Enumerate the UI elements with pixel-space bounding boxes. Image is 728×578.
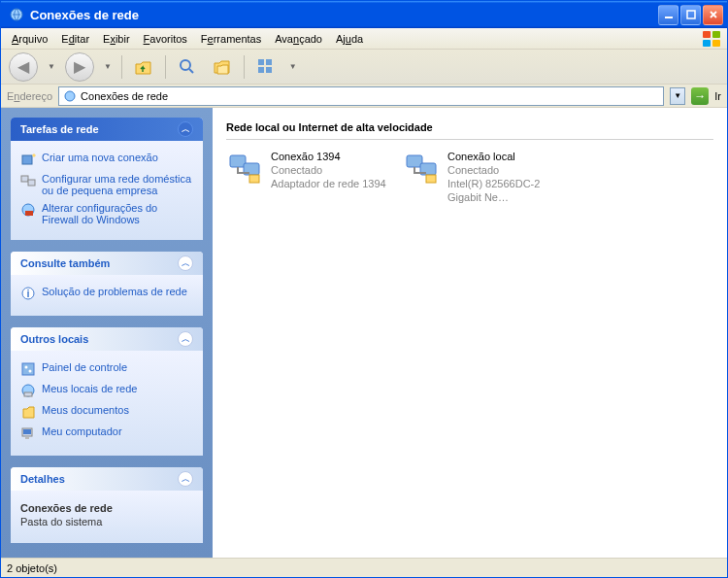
svg-rect-22 xyxy=(23,429,31,434)
svg-rect-9 xyxy=(22,155,32,164)
firewall-icon xyxy=(20,202,36,218)
network-tasks-panel: Tarefas de rede ︿ Criar uma nova conexão… xyxy=(11,118,203,240)
svg-rect-5 xyxy=(266,59,272,65)
menu-arquivo[interactable]: Arquivo xyxy=(5,30,54,48)
connection-status: Conectado xyxy=(447,163,568,177)
troubleshoot-link[interactable]: i Solução de problemas de rede xyxy=(20,283,193,304)
status-text: 2 objeto(s) xyxy=(7,562,57,574)
address-text: Conexões de rede xyxy=(81,90,168,102)
network-places-link[interactable]: Meus locais de rede xyxy=(20,380,193,401)
my-computer-link[interactable]: Meu computador xyxy=(20,423,193,444)
windows-flag-icon xyxy=(702,30,723,48)
maximize-button[interactable] xyxy=(680,5,701,25)
svg-rect-1 xyxy=(665,17,673,18)
close-button[interactable] xyxy=(703,5,723,25)
menubar: Arquivo Editar Exibir Favoritos Ferramen… xyxy=(1,28,727,50)
window: Conexões de rede Arquivo Editar Exibir F… xyxy=(0,0,728,578)
toolbar: ◀ ▼ ▶ ▼ ▼ xyxy=(1,50,727,85)
back-button[interactable]: ◀ xyxy=(9,52,38,82)
titlebar: Conexões de rede xyxy=(1,1,727,28)
address-bar: Endereço Conexões de rede ▼ → Ir xyxy=(1,85,727,108)
group-header: Rede local ou Internet de alta velocidad… xyxy=(226,118,713,140)
back-dropdown[interactable]: ▼ xyxy=(46,62,57,71)
svg-rect-6 xyxy=(258,67,264,73)
firewall-settings-link[interactable]: Alterar configurações do Firewall do Win… xyxy=(20,199,193,228)
svg-rect-13 xyxy=(25,211,33,216)
menu-editar[interactable]: Editar xyxy=(54,30,96,48)
network-setup-icon xyxy=(20,173,36,188)
svg-rect-29 xyxy=(426,175,436,183)
svg-rect-10 xyxy=(21,176,28,182)
help-icon: i xyxy=(20,286,36,301)
connection-icon xyxy=(226,150,265,188)
see-also-panel: Consulte também ︿ i Solução de problemas… xyxy=(11,252,203,316)
address-dropdown[interactable]: ▼ xyxy=(670,87,685,105)
views-dropdown[interactable]: ▼ xyxy=(287,62,299,71)
details-header[interactable]: Detalhes ︿ xyxy=(11,467,203,491)
forward-dropdown[interactable]: ▼ xyxy=(102,62,114,71)
menu-favoritos[interactable]: Favoritos xyxy=(137,30,194,48)
address-field[interactable]: Conexões de rede xyxy=(58,86,664,106)
other-places-header[interactable]: Outros locais ︿ xyxy=(11,327,203,351)
control-panel-icon xyxy=(20,361,36,377)
other-places-panel: Outros locais ︿ Painel de controle Meus … xyxy=(11,327,203,456)
go-label: Ir xyxy=(714,90,721,102)
folders-button[interactable] xyxy=(209,53,236,81)
menu-avancado[interactable]: Avançado xyxy=(268,30,329,48)
minimize-button[interactable] xyxy=(658,5,678,25)
window-controls xyxy=(658,5,723,25)
sidebar: Tarefas de rede ︿ Criar uma nova conexão… xyxy=(1,108,213,558)
details-panel: Detalhes ︿ Conexões de rede Pasta do sis… xyxy=(11,467,203,543)
svg-point-8 xyxy=(65,91,75,101)
svg-point-3 xyxy=(181,60,190,70)
main-pane: Rede local ou Internet de alta velocidad… xyxy=(213,108,727,558)
svg-rect-26 xyxy=(249,175,259,183)
svg-point-18 xyxy=(29,370,32,373)
up-folder-button[interactable] xyxy=(130,53,157,81)
create-connection-link[interactable]: Criar uma nova conexão xyxy=(20,149,193,170)
menu-ajuda[interactable]: Ajuda xyxy=(329,30,370,48)
svg-rect-7 xyxy=(266,67,272,73)
connection-items: Conexão 1394 Conectado Adaptador de rede… xyxy=(226,150,713,204)
content-area: Tarefas de rede ︿ Criar uma nova conexão… xyxy=(1,108,727,558)
app-icon xyxy=(9,7,24,22)
network-tasks-header[interactable]: Tarefas de rede ︿ xyxy=(11,118,203,141)
window-title: Conexões de rede xyxy=(28,8,658,22)
connection-name: Conexão local xyxy=(447,150,568,163)
connection-name: Conexão 1394 xyxy=(271,150,386,163)
control-panel-link[interactable]: Painel de controle xyxy=(20,358,193,380)
see-also-header[interactable]: Consulte também ︿ xyxy=(11,252,203,275)
documents-icon xyxy=(20,404,36,420)
svg-rect-2 xyxy=(687,11,695,18)
connection-local[interactable]: Conexão local Conectado Intel(R) 82566DC… xyxy=(403,150,568,204)
svg-point-17 xyxy=(25,366,28,369)
collapse-icon: ︿ xyxy=(178,471,193,487)
connection-device: Adaptador de rede 1394 xyxy=(271,177,386,190)
forward-button[interactable]: ▶ xyxy=(65,52,94,82)
my-documents-link[interactable]: Meus documentos xyxy=(20,401,193,423)
go-button[interactable]: → xyxy=(691,87,709,105)
connection-status: Conectado xyxy=(271,163,386,177)
connection-icon xyxy=(403,150,442,188)
connection-1394[interactable]: Conexão 1394 Conectado Adaptador de rede… xyxy=(226,150,391,204)
svg-text:i: i xyxy=(26,288,29,299)
collapse-icon: ︿ xyxy=(178,255,193,271)
setup-network-link[interactable]: Configurar uma rede doméstica ou de pequ… xyxy=(20,170,193,199)
collapse-icon: ︿ xyxy=(178,121,193,137)
search-button[interactable] xyxy=(174,53,201,81)
address-icon xyxy=(63,89,77,103)
views-button[interactable] xyxy=(252,53,280,81)
status-bar: 2 objeto(s) xyxy=(1,558,727,577)
details-content: Conexões de rede Pasta do sistema xyxy=(20,498,193,531)
svg-rect-4 xyxy=(258,59,264,65)
network-places-icon xyxy=(20,383,36,398)
menu-exibir[interactable]: Exibir xyxy=(96,30,137,48)
connection-device: Intel(R) 82566DC-2 Gigabit Ne… xyxy=(447,177,568,204)
address-label: Endereço xyxy=(7,90,52,102)
svg-rect-20 xyxy=(24,392,32,396)
svg-rect-23 xyxy=(25,437,29,439)
computer-icon xyxy=(20,425,36,441)
collapse-icon: ︿ xyxy=(178,331,193,347)
wizard-icon xyxy=(20,152,36,167)
menu-ferramentas[interactable]: Ferramentas xyxy=(194,30,268,48)
